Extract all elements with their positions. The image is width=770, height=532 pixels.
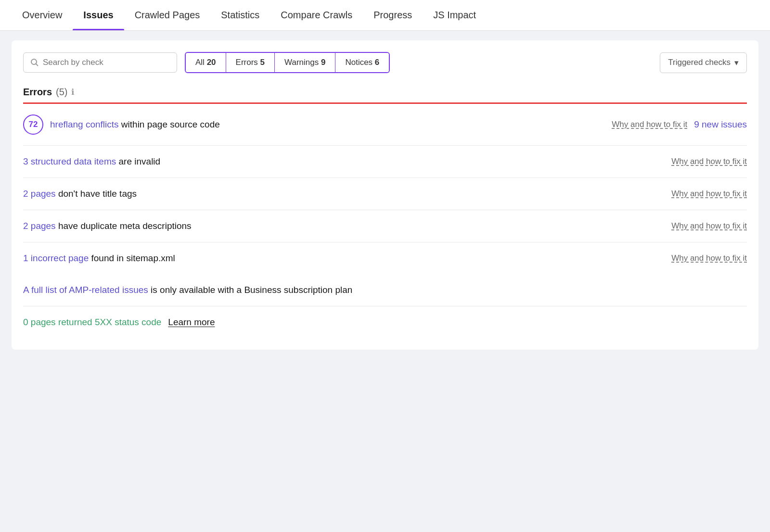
issue-count-badge: 72 (23, 114, 43, 135)
tab-errors-label: Errors (236, 58, 258, 67)
tab-all-count: 20 (207, 58, 216, 67)
filter-tabs: All 20 Errors 5 Warnings 9 Notices 6 (185, 52, 390, 73)
fix-link[interactable]: Why and how to fix it (612, 120, 687, 129)
search-icon (30, 58, 39, 67)
status-row: 0 pages returned 5XX status code Learn m… (23, 306, 747, 338)
tab-errors-count: 5 (260, 58, 265, 67)
top-navigation: Overview Issues Crawled Pages Statistics… (0, 0, 770, 31)
search-box[interactable] (23, 52, 177, 73)
tab-errors[interactable]: Errors 5 (226, 53, 275, 72)
issue-row-hreflang-conflicts: 72 hreflang conflicts within page source… (23, 104, 747, 146)
issue-text: 3 structured data items are invalid (23, 156, 665, 167)
svg-point-0 (31, 59, 37, 64)
errors-section-heading: Errors (5) ℹ (23, 87, 747, 98)
nav-item-progress[interactable]: Progress (363, 0, 423, 30)
issue-row-title-tags: 2 pages don't have title tags Why and ho… (23, 178, 747, 210)
new-issues-badge: 9 new issues (694, 119, 747, 130)
amp-notice-row: A full list of AMP-related issues is onl… (23, 274, 747, 306)
nav-item-issues[interactable]: Issues (73, 0, 124, 30)
issue-link[interactable]: 1 incorrect page (23, 253, 89, 263)
tab-notices-label: Notices (345, 58, 372, 67)
issue-text: hreflang conflicts within page source co… (50, 119, 605, 130)
main-content: All 20 Errors 5 Warnings 9 Notices 6 Tri… (12, 40, 758, 350)
issue-row-sitemap: 1 incorrect page found in sitemap.xml Wh… (23, 242, 747, 274)
fix-link[interactable]: Why and how to fix it (671, 253, 747, 263)
issue-text: 1 incorrect page found in sitemap.xml (23, 253, 665, 264)
learn-more-link[interactable]: Learn more (168, 317, 215, 328)
tab-notices[interactable]: Notices 6 (335, 53, 389, 72)
nav-item-statistics[interactable]: Statistics (210, 0, 270, 30)
triggered-checks-label: Triggered checks (668, 58, 731, 67)
nav-item-crawled-pages[interactable]: Crawled Pages (124, 0, 211, 30)
filter-bar: All 20 Errors 5 Warnings 9 Notices 6 Tri… (23, 52, 747, 73)
issue-link[interactable]: 2 pages (23, 189, 56, 199)
nav-item-compare-crawls[interactable]: Compare Crawls (270, 0, 363, 30)
info-icon: ℹ (71, 87, 74, 97)
issue-row-structured-data: 3 structured data items are invalid Why … (23, 146, 747, 178)
triggered-checks-dropdown[interactable]: Triggered checks ▾ (660, 52, 747, 73)
tab-warnings-label: Warnings (284, 58, 319, 67)
issue-row-meta-descriptions: 2 pages have duplicate meta descriptions… (23, 210, 747, 242)
chevron-down-icon: ▾ (734, 58, 739, 68)
tab-warnings[interactable]: Warnings 9 (275, 53, 335, 72)
issue-link[interactable]: 3 structured data items (23, 156, 116, 166)
issues-list: 72 hreflang conflicts within page source… (23, 104, 747, 274)
fix-link[interactable]: Why and how to fix it (671, 157, 747, 166)
tab-all[interactable]: All 20 (186, 53, 226, 72)
tab-notices-count: 6 (375, 58, 379, 67)
svg-line-1 (36, 64, 38, 66)
errors-heading-text: Errors (23, 87, 52, 98)
amp-notice-link[interactable]: A full list of AMP-related issues (23, 285, 148, 295)
fix-link[interactable]: Why and how to fix it (671, 189, 747, 199)
fix-link[interactable]: Why and how to fix it (671, 221, 747, 231)
issue-text: 2 pages don't have title tags (23, 189, 665, 199)
amp-notice-text: is only available with a Business subscr… (148, 285, 353, 295)
nav-item-js-impact[interactable]: JS Impact (423, 0, 487, 30)
tab-warnings-count: 9 (321, 58, 325, 67)
errors-count: (5) (56, 87, 67, 98)
search-input[interactable] (43, 58, 170, 67)
nav-item-overview[interactable]: Overview (12, 0, 73, 30)
issue-link[interactable]: 2 pages (23, 221, 56, 231)
issue-link[interactable]: hreflang conflicts (50, 119, 119, 129)
issue-text: 2 pages have duplicate meta descriptions (23, 221, 665, 231)
status-count-text: 0 pages returned 5XX status code (23, 317, 161, 328)
tab-all-label: All (195, 58, 205, 67)
